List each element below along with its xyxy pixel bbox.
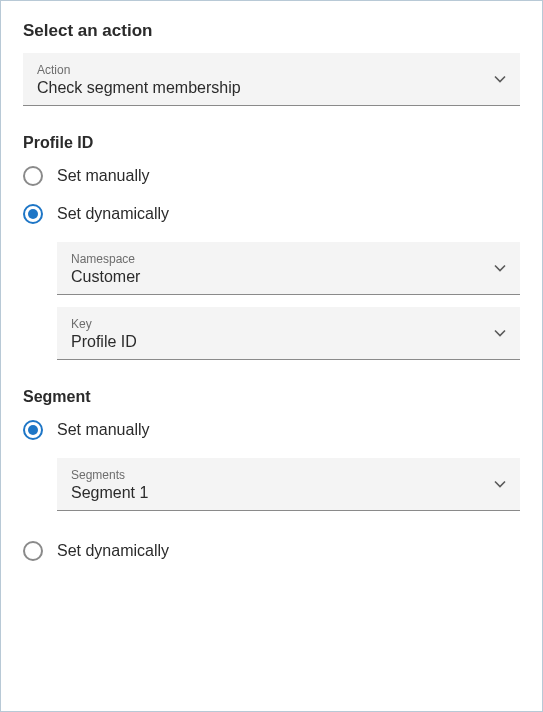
section-title-action: Select an action (23, 21, 520, 41)
namespace-select-value: Customer (71, 268, 506, 286)
segments-select-label: Segments (71, 468, 506, 482)
key-select-label: Key (71, 317, 506, 331)
radio-label: Set dynamically (57, 542, 169, 560)
key-select-value: Profile ID (71, 333, 506, 351)
chevron-down-icon (494, 480, 506, 488)
radio-icon (23, 204, 43, 224)
radio-label: Set manually (57, 421, 150, 439)
profile-radio-manual[interactable]: Set manually (23, 166, 520, 186)
chevron-down-icon (494, 75, 506, 83)
chevron-down-icon (494, 329, 506, 337)
radio-label: Set dynamically (57, 205, 169, 223)
segment-radio-manual[interactable]: Set manually (23, 420, 520, 440)
action-select-value: Check segment membership (37, 79, 506, 97)
segments-select-value: Segment 1 (71, 484, 506, 502)
segment-radio-dynamic[interactable]: Set dynamically (23, 541, 520, 561)
chevron-down-icon (494, 264, 506, 272)
action-select[interactable]: Action Check segment membership (23, 53, 520, 106)
namespace-select-label: Namespace (71, 252, 506, 266)
namespace-select[interactable]: Namespace Customer (57, 242, 520, 295)
section-title-profile: Profile ID (23, 134, 520, 152)
segments-select[interactable]: Segments Segment 1 (57, 458, 520, 511)
key-select[interactable]: Key Profile ID (57, 307, 520, 360)
section-title-segment: Segment (23, 388, 520, 406)
radio-icon (23, 420, 43, 440)
radio-icon (23, 541, 43, 561)
profile-radio-dynamic[interactable]: Set dynamically (23, 204, 520, 224)
action-select-label: Action (37, 63, 506, 77)
radio-icon (23, 166, 43, 186)
radio-label: Set manually (57, 167, 150, 185)
